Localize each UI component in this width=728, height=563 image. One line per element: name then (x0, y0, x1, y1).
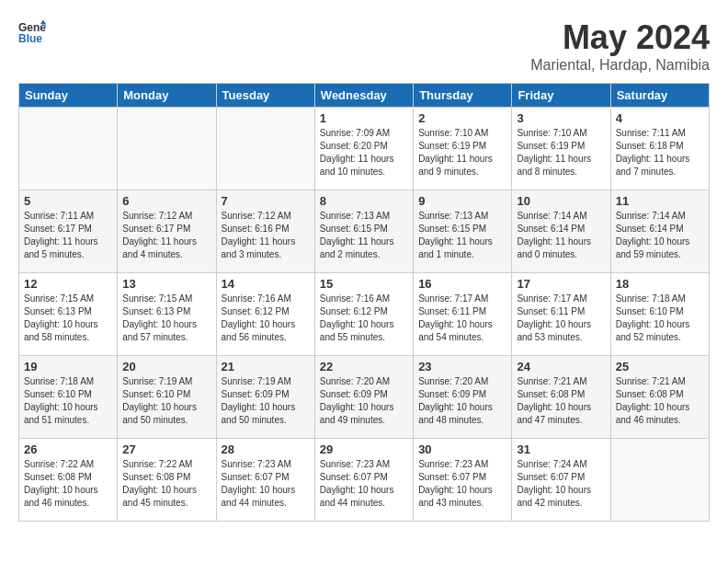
calendar-cell (610, 439, 709, 522)
day-info: Sunrise: 7:15 AM Sunset: 6:13 PM Dayligh… (24, 293, 112, 344)
day-info: Sunrise: 7:17 AM Sunset: 6:11 PM Dayligh… (517, 293, 605, 344)
calendar-cell (216, 108, 314, 190)
day-info: Sunrise: 7:19 AM Sunset: 6:09 PM Dayligh… (222, 375, 310, 427)
day-number: 15 (320, 277, 408, 291)
calendar-cell: 27Sunrise: 7:22 AM Sunset: 6:08 PM Dayli… (118, 439, 216, 522)
day-info: Sunrise: 7:22 AM Sunset: 6:08 PM Dayligh… (24, 458, 112, 510)
calendar-cell: 12Sunrise: 7:15 AM Sunset: 6:13 PM Dayli… (19, 273, 118, 356)
day-info: Sunrise: 7:16 AM Sunset: 6:12 PM Dayligh… (222, 293, 310, 344)
day-info: Sunrise: 7:09 AM Sunset: 6:20 PM Dayligh… (320, 127, 408, 178)
day-info: Sunrise: 7:14 AM Sunset: 6:14 PM Dayligh… (616, 210, 704, 261)
day-number: 23 (418, 360, 506, 373)
calendar-cell: 3Sunrise: 7:10 AM Sunset: 6:19 PM Daylig… (512, 108, 610, 190)
calendar-cell: 21Sunrise: 7:19 AM Sunset: 6:09 PM Dayli… (216, 356, 314, 439)
day-number: 7 (222, 194, 310, 208)
calendar-cell: 14Sunrise: 7:16 AM Sunset: 6:12 PM Dayli… (216, 273, 314, 356)
calendar-cell: 25Sunrise: 7:21 AM Sunset: 6:08 PM Dayli… (610, 356, 709, 439)
day-info: Sunrise: 7:10 AM Sunset: 6:19 PM Dayligh… (517, 127, 605, 178)
day-number: 28 (222, 442, 310, 456)
calendar-week-3: 12Sunrise: 7:15 AM Sunset: 6:13 PM Dayli… (19, 273, 710, 356)
day-info: Sunrise: 7:21 AM Sunset: 6:08 PM Dayligh… (517, 375, 605, 427)
day-number: 31 (517, 442, 605, 456)
calendar-cell (118, 108, 216, 190)
day-number: 26 (24, 442, 112, 456)
calendar-cell: 8Sunrise: 7:13 AM Sunset: 6:15 PM Daylig… (314, 190, 413, 273)
day-info: Sunrise: 7:23 AM Sunset: 6:07 PM Dayligh… (222, 458, 310, 510)
calendar-table: SundayMondayTuesdayWednesdayThursdayFrid… (18, 83, 710, 522)
header-wednesday: Wednesday (314, 84, 413, 108)
day-number: 3 (517, 111, 605, 125)
day-number: 21 (222, 360, 310, 373)
day-info: Sunrise: 7:16 AM Sunset: 6:12 PM Dayligh… (320, 293, 408, 344)
day-number: 17 (517, 277, 605, 291)
day-info: Sunrise: 7:20 AM Sunset: 6:09 PM Dayligh… (418, 375, 506, 427)
day-number: 25 (616, 360, 704, 373)
day-number: 30 (418, 442, 506, 456)
svg-text:Blue: Blue (18, 32, 42, 45)
day-info: Sunrise: 7:23 AM Sunset: 6:07 PM Dayligh… (418, 458, 506, 510)
header: General Blue May 2024 Mariental, Hardap,… (18, 18, 710, 74)
calendar-cell: 5Sunrise: 7:11 AM Sunset: 6:17 PM Daylig… (19, 190, 118, 273)
day-number: 2 (418, 111, 506, 125)
calendar-week-5: 26Sunrise: 7:22 AM Sunset: 6:08 PM Dayli… (19, 439, 710, 522)
calendar-cell: 31Sunrise: 7:24 AM Sunset: 6:07 PM Dayli… (512, 439, 610, 522)
day-info: Sunrise: 7:19 AM Sunset: 6:10 PM Dayligh… (122, 375, 210, 427)
calendar-cell: 19Sunrise: 7:18 AM Sunset: 6:10 PM Dayli… (19, 356, 118, 439)
day-number: 5 (24, 194, 112, 208)
header-saturday: Saturday (610, 84, 709, 108)
day-info: Sunrise: 7:24 AM Sunset: 6:07 PM Dayligh… (517, 458, 605, 510)
calendar-week-4: 19Sunrise: 7:18 AM Sunset: 6:10 PM Dayli… (19, 356, 710, 439)
calendar-cell: 10Sunrise: 7:14 AM Sunset: 6:14 PM Dayli… (512, 190, 610, 273)
calendar-header: SundayMondayTuesdayWednesdayThursdayFrid… (19, 84, 710, 108)
header-friday: Friday (512, 84, 610, 108)
day-number: 8 (320, 194, 408, 208)
header-sunday: Sunday (19, 84, 118, 108)
day-number: 14 (222, 277, 310, 291)
calendar-cell: 13Sunrise: 7:15 AM Sunset: 6:13 PM Dayli… (118, 273, 216, 356)
day-number: 11 (616, 194, 704, 208)
calendar-cell: 1Sunrise: 7:09 AM Sunset: 6:20 PM Daylig… (314, 108, 413, 190)
day-number: 29 (320, 442, 408, 456)
day-number: 27 (122, 442, 210, 456)
day-info: Sunrise: 7:20 AM Sunset: 6:09 PM Dayligh… (320, 375, 408, 427)
day-info: Sunrise: 7:17 AM Sunset: 6:11 PM Dayligh… (418, 293, 506, 344)
logo: General Blue (18, 18, 46, 46)
day-number: 19 (24, 360, 112, 373)
calendar-cell: 11Sunrise: 7:14 AM Sunset: 6:14 PM Dayli… (610, 190, 709, 273)
calendar-cell: 20Sunrise: 7:19 AM Sunset: 6:10 PM Dayli… (118, 356, 216, 439)
day-info: Sunrise: 7:12 AM Sunset: 6:17 PM Dayligh… (122, 210, 210, 261)
calendar-cell: 2Sunrise: 7:10 AM Sunset: 6:19 PM Daylig… (414, 108, 512, 190)
day-number: 12 (24, 277, 112, 291)
day-number: 6 (122, 194, 210, 208)
calendar-cell: 9Sunrise: 7:13 AM Sunset: 6:15 PM Daylig… (414, 190, 512, 273)
calendar-cell: 26Sunrise: 7:22 AM Sunset: 6:08 PM Dayli… (19, 439, 118, 522)
calendar-cell: 6Sunrise: 7:12 AM Sunset: 6:17 PM Daylig… (118, 190, 216, 273)
day-number: 9 (418, 194, 506, 208)
day-number: 1 (320, 111, 408, 125)
calendar-cell: 22Sunrise: 7:20 AM Sunset: 6:09 PM Dayli… (314, 356, 413, 439)
calendar-cell: 7Sunrise: 7:12 AM Sunset: 6:16 PM Daylig… (216, 190, 314, 273)
day-info: Sunrise: 7:23 AM Sunset: 6:07 PM Dayligh… (320, 458, 408, 510)
title-area: May 2024 Mariental, Hardap, Namibia (530, 18, 710, 74)
day-number: 22 (320, 360, 408, 373)
calendar-cell: 28Sunrise: 7:23 AM Sunset: 6:07 PM Dayli… (216, 439, 314, 522)
day-number: 4 (616, 111, 704, 125)
day-info: Sunrise: 7:14 AM Sunset: 6:14 PM Dayligh… (517, 210, 605, 261)
day-info: Sunrise: 7:10 AM Sunset: 6:19 PM Dayligh… (418, 127, 506, 178)
day-info: Sunrise: 7:22 AM Sunset: 6:08 PM Dayligh… (122, 458, 210, 510)
day-number: 18 (616, 277, 704, 291)
calendar-cell (19, 108, 118, 190)
header-thursday: Thursday (414, 84, 512, 108)
calendar-week-1: 1Sunrise: 7:09 AM Sunset: 6:20 PM Daylig… (19, 108, 710, 190)
day-info: Sunrise: 7:13 AM Sunset: 6:15 PM Dayligh… (320, 210, 408, 261)
day-info: Sunrise: 7:11 AM Sunset: 6:18 PM Dayligh… (616, 127, 704, 178)
calendar-cell: 17Sunrise: 7:17 AM Sunset: 6:11 PM Dayli… (512, 273, 610, 356)
day-number: 16 (418, 277, 506, 291)
day-number: 10 (517, 194, 605, 208)
day-info: Sunrise: 7:21 AM Sunset: 6:08 PM Dayligh… (616, 375, 704, 427)
day-number: 24 (517, 360, 605, 373)
day-info: Sunrise: 7:18 AM Sunset: 6:10 PM Dayligh… (616, 293, 704, 344)
header-tuesday: Tuesday (216, 84, 314, 108)
calendar-subtitle: Mariental, Hardap, Namibia (530, 57, 710, 74)
calendar-cell: 30Sunrise: 7:23 AM Sunset: 6:07 PM Dayli… (414, 439, 512, 522)
